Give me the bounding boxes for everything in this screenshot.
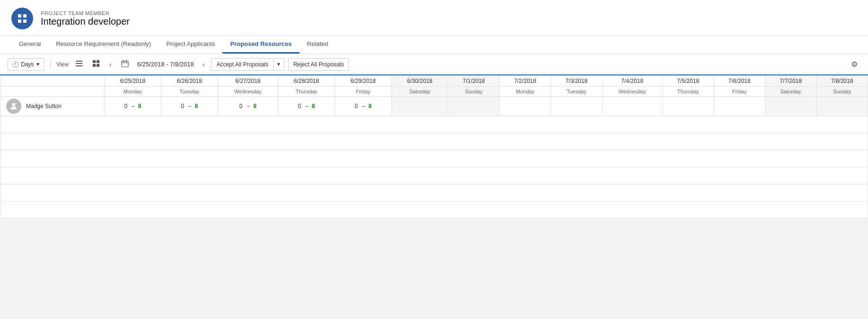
empty-row: [0, 184, 868, 201]
tabs-bar: General Resource Requirement (Readonly) …: [0, 36, 868, 54]
dropdown-arrow-icon: ▼: [35, 62, 40, 67]
grid-view-btn[interactable]: [89, 58, 103, 71]
day-header-saturday: Saturday: [765, 87, 816, 97]
days-view-btn[interactable]: 🕐 Days ▼: [8, 58, 44, 71]
day-header-friday: Friday: [335, 87, 391, 97]
day-header-thursday: Thursday: [278, 87, 335, 97]
days-label: Days: [21, 61, 34, 68]
date-header-6-30-2018: 6/30/2018: [391, 76, 448, 87]
date-header-7-4-2018: 7/4/2018: [602, 76, 662, 87]
table-row: Madge Sutton 0 → 80 → 80 → 80 → 80 → 8: [0, 97, 868, 116]
avatar: [6, 99, 21, 114]
svg-rect-13: [126, 60, 127, 62]
separator-1: [50, 60, 51, 69]
day-header-wednesday: Wednesday: [218, 87, 278, 97]
list-view-btn[interactable]: [72, 58, 86, 71]
day-header-monday: Monday: [105, 87, 161, 97]
date-header-6-29-2018: 6/29/2018: [335, 76, 391, 87]
grid-table: 6/25/20186/26/20186/27/20186/28/20186/29…: [0, 75, 868, 219]
empty-row: [0, 167, 868, 184]
header-title: Integration developer: [41, 16, 130, 27]
resource-value-cell: [765, 97, 816, 116]
svg-rect-8: [97, 60, 99, 63]
prev-btn[interactable]: ‹: [106, 59, 115, 70]
arrow-icon: →: [185, 103, 194, 109]
value-from: 0: [124, 103, 127, 109]
accept-all-btn[interactable]: Accept All Proposals ▼: [211, 58, 284, 71]
page-header: PROJECT TEAM MEMBER Integration develope…: [0, 0, 868, 36]
svg-rect-0: [18, 14, 21, 18]
clock-icon: 🕐: [12, 61, 19, 68]
arrow-icon: →: [302, 103, 311, 109]
resource-value-cell: [816, 97, 868, 116]
date-header-7-3-2018: 7/3/2018: [551, 76, 602, 87]
resource-value-cell: [602, 97, 662, 116]
date-range: 6/25/2018 - 7/8/2018: [137, 61, 194, 68]
value-from: 0: [354, 103, 358, 109]
empty-row: [0, 201, 868, 219]
resource-value-cell: 0 → 8: [161, 97, 218, 116]
svg-rect-12: [123, 60, 124, 62]
value-to: 8: [195, 103, 198, 109]
day-header-tuesday: Tuesday: [161, 87, 218, 97]
resource-value-cell: 0 → 8: [218, 97, 278, 116]
date-header-7-2-2018: 7/2/2018: [499, 76, 550, 87]
date-header-7-6-2018: 7/6/2018: [714, 76, 765, 87]
accept-dropdown-arrow-icon[interactable]: ▼: [273, 59, 284, 69]
resource-value-cell: 0 → 8: [105, 97, 161, 116]
svg-point-15: [12, 103, 16, 106]
tab-general[interactable]: General: [11, 36, 48, 54]
day-header-friday: Friday: [714, 87, 765, 97]
svg-rect-11: [122, 61, 128, 67]
svg-rect-4: [76, 61, 82, 62]
header-text-block: PROJECT TEAM MEMBER Integration develope…: [41, 10, 130, 27]
resource-value-cell: [499, 97, 550, 116]
resource-value-cell: 0 → 8: [335, 97, 391, 116]
calendar-btn[interactable]: [118, 58, 132, 71]
tab-proposed-resources[interactable]: Proposed Resources: [222, 36, 299, 54]
svg-rect-1: [23, 14, 27, 18]
date-header-7-5-2018: 7/5/2018: [663, 76, 714, 87]
resource-value-cell: 0 → 8: [278, 97, 335, 116]
date-header-6-26-2018: 6/26/2018: [161, 76, 218, 87]
resource-value-cell: [448, 97, 499, 116]
grid-body: Madge Sutton 0 → 80 → 80 → 80 → 80 → 8: [0, 97, 868, 219]
tab-project-applicants[interactable]: Project Applicants: [159, 36, 222, 54]
svg-rect-6: [76, 65, 82, 66]
svg-rect-9: [93, 64, 96, 67]
svg-rect-5: [76, 63, 82, 64]
name-col-header: [0, 76, 105, 87]
arrow-icon: →: [243, 103, 252, 109]
main-content: 🕐 Days ▼ View ‹: [0, 54, 868, 219]
resource-value-cell: [663, 97, 714, 116]
resource-value-cell: [551, 97, 602, 116]
empty-row: [0, 116, 868, 133]
resource-name-cell: Madge Sutton: [0, 97, 105, 116]
date-header-7-7-2018: 7/7/2018: [765, 76, 816, 87]
svg-rect-3: [23, 19, 27, 23]
name-col-day-header: [0, 87, 105, 97]
settings-btn[interactable]: ⚙: [848, 58, 860, 71]
day-header-tuesday: Tuesday: [551, 87, 602, 97]
day-header-monday: Monday: [499, 87, 550, 97]
svg-rect-14: [122, 63, 128, 63]
svg-rect-10: [97, 64, 99, 67]
tab-related[interactable]: Related: [300, 36, 336, 54]
date-header-row: 6/25/20186/26/20186/27/20186/28/20186/29…: [0, 76, 868, 87]
arrow-icon: →: [128, 103, 137, 109]
empty-row: [0, 133, 868, 150]
date-header-7-8-2018: 7/8/2018: [816, 76, 868, 87]
value-from: 0: [298, 103, 301, 109]
empty-row: [0, 150, 868, 167]
date-header-6-28-2018: 6/28/2018: [278, 76, 335, 87]
tab-resource-req[interactable]: Resource Requirement (Readonly): [48, 36, 159, 54]
resource-grid: 6/25/20186/26/20186/27/20186/28/20186/29…: [0, 75, 868, 219]
next-btn[interactable]: ›: [200, 59, 208, 70]
date-header-7-1-2018: 7/1/2018: [448, 76, 499, 87]
value-to: 8: [369, 103, 372, 109]
resource-value-cell: [391, 97, 448, 116]
reject-all-btn[interactable]: Reject All Proposals: [288, 58, 349, 71]
page-icon: [11, 8, 33, 29]
arrow-icon: →: [359, 103, 368, 109]
day-header-sunday: Sunday: [448, 87, 499, 97]
